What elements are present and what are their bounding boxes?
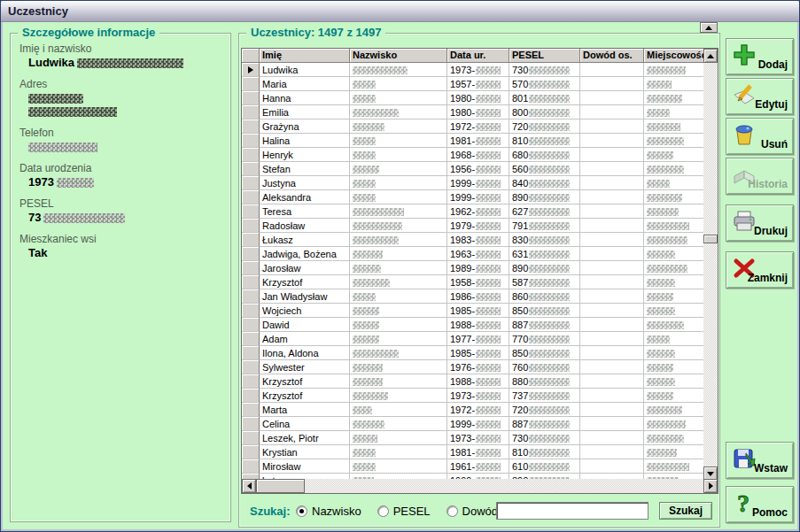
cell-data-ur[interactable]: 1973- — [447, 63, 509, 77]
table-row[interactable]: Aleksandra1999-890 — [242, 190, 703, 204]
cell-data-ur[interactable]: 1962- — [447, 204, 509, 219]
cell-miejscowosc[interactable] — [644, 403, 703, 417]
cell-dowod[interactable] — [580, 204, 644, 219]
cell-imie[interactable]: Henryk — [260, 148, 350, 162]
cell-imie[interactable]: Grażyna — [260, 120, 350, 134]
row-selector-cell[interactable] — [242, 134, 260, 148]
cell-nazwisko[interactable] — [350, 360, 447, 374]
cell-pesel[interactable]: 720 — [509, 403, 580, 417]
cell-dowod[interactable] — [580, 148, 644, 162]
cell-miejscowosc[interactable] — [644, 346, 703, 360]
cell-dowod[interactable] — [580, 431, 644, 445]
cell-miejscowosc[interactable] — [644, 417, 703, 431]
cell-pesel[interactable]: 680 — [509, 148, 580, 162]
cell-nazwisko[interactable] — [350, 417, 447, 431]
cell-pesel[interactable]: 880 — [509, 374, 580, 389]
cell-pesel[interactable]: 801 — [509, 91, 580, 105]
cell-miejscowosc[interactable] — [644, 289, 703, 304]
cell-miejscowosc[interactable] — [644, 261, 703, 275]
cell-dowod[interactable] — [580, 332, 644, 346]
cell-imie[interactable]: Aleksandra — [260, 190, 350, 204]
vertical-scrollbar[interactable] — [703, 49, 718, 481]
row-selector-cell[interactable] — [242, 459, 260, 474]
cell-nazwisko[interactable] — [350, 204, 447, 219]
cell-imie[interactable]: Hanna — [260, 91, 350, 105]
table-row[interactable]: Mirosław1961-610 — [242, 459, 703, 474]
cell-miejscowosc[interactable] — [644, 77, 703, 91]
row-selector-cell[interactable] — [242, 204, 260, 219]
cell-pesel[interactable]: 850 — [509, 346, 580, 360]
search-input[interactable] — [496, 502, 649, 520]
cell-imie[interactable]: Radosław — [260, 219, 350, 233]
cell-data-ur[interactable]: 1985- — [447, 304, 509, 318]
radio-icon[interactable] — [377, 505, 389, 517]
cell-data-ur[interactable]: 1980- — [447, 91, 509, 105]
cell-dowod[interactable] — [580, 374, 644, 389]
cell-pesel[interactable]: 627 — [509, 204, 580, 219]
table-row[interactable]: Maria1957-570 — [242, 77, 703, 91]
cell-data-ur[interactable]: 1999- — [447, 176, 509, 190]
cell-miejscowosc[interactable] — [644, 304, 703, 318]
table-row[interactable]: Krystian1981-810 — [242, 445, 703, 459]
cell-imie[interactable]: Sylwester — [260, 360, 350, 374]
table-row[interactable]: Halina1981-810 — [242, 134, 703, 148]
scroll-left-button[interactable] — [242, 479, 256, 493]
table-row[interactable]: Teresa1962-627 — [242, 204, 703, 219]
cell-nazwisko[interactable] — [350, 247, 447, 261]
grid-header-data-ur[interactable]: Data ur. — [447, 49, 509, 63]
cell-imie[interactable]: Teresa — [260, 204, 350, 219]
radio-icon[interactable] — [296, 505, 307, 517]
cell-nazwisko[interactable] — [350, 431, 447, 445]
row-selector-cell[interactable] — [242, 346, 260, 360]
cell-dowod[interactable] — [580, 162, 644, 176]
table-row[interactable]: Krzysztof1973-737 — [242, 389, 703, 403]
cell-imie[interactable]: Marta — [260, 403, 350, 417]
row-selector-cell[interactable] — [242, 431, 260, 445]
cell-data-ur[interactable]: 1977- — [447, 332, 509, 346]
row-selector-cell[interactable] — [242, 417, 260, 431]
cell-pesel[interactable]: 890 — [509, 190, 580, 204]
cell-imie[interactable]: Ludwika — [260, 63, 350, 77]
cell-dowod[interactable] — [580, 105, 644, 120]
cell-miejscowosc[interactable] — [644, 219, 703, 233]
cell-imie[interactable]: Halina — [260, 134, 350, 148]
cell-pesel[interactable]: 730 — [509, 63, 580, 77]
cell-data-ur[interactable]: 1988- — [447, 318, 509, 332]
cell-dowod[interactable] — [580, 360, 644, 374]
row-selector-cell[interactable] — [242, 332, 260, 346]
row-selector-cell[interactable] — [242, 289, 260, 304]
row-selector-cell[interactable] — [242, 63, 260, 77]
cell-miejscowosc[interactable] — [644, 332, 703, 346]
cell-dowod[interactable] — [580, 91, 644, 105]
cell-data-ur[interactable]: 1961- — [447, 459, 509, 474]
row-selector-cell[interactable] — [242, 445, 260, 459]
cell-imie[interactable]: Maria — [260, 77, 350, 91]
cell-miejscowosc[interactable] — [644, 120, 703, 134]
table-row[interactable]: Jan Władysław1986-860 — [242, 289, 703, 304]
cell-data-ur[interactable]: 1986- — [447, 289, 509, 304]
cell-dowod[interactable] — [580, 219, 644, 233]
table-row[interactable]: Henryk1968-680 — [242, 148, 703, 162]
table-row[interactable]: Stefan1956-560 — [242, 162, 703, 176]
grid-header-nazwisko[interactable]: Nazwisko — [350, 49, 447, 63]
horizontal-scroll-thumb[interactable] — [256, 479, 305, 493]
cell-pesel[interactable]: 730 — [509, 431, 580, 445]
cell-imie[interactable]: Jarosław — [260, 261, 350, 275]
cell-data-ur[interactable]: 1999- — [447, 417, 509, 431]
cell-imie[interactable]: Justyna — [260, 176, 350, 190]
cell-imie[interactable]: Jadwiga, Bożena — [260, 247, 350, 261]
cell-dowod[interactable] — [580, 134, 644, 148]
cell-miejscowosc[interactable] — [644, 233, 703, 247]
cell-dowod[interactable] — [580, 289, 644, 304]
scroll-right-button[interactable] — [703, 479, 718, 493]
help-button[interactable]: ? Pomoc — [726, 486, 794, 523]
delete-button[interactable]: Usuń — [726, 118, 794, 155]
table-row[interactable]: Adam1977-770 — [242, 332, 703, 346]
cell-miejscowosc[interactable] — [644, 204, 703, 219]
cell-pesel[interactable]: 800 — [509, 105, 580, 120]
cell-dowod[interactable] — [580, 318, 644, 332]
row-selector-cell[interactable] — [242, 360, 260, 374]
cell-dowod[interactable] — [580, 247, 644, 261]
cell-dowod[interactable] — [580, 190, 644, 204]
cell-data-ur[interactable]: 1968- — [447, 148, 509, 162]
